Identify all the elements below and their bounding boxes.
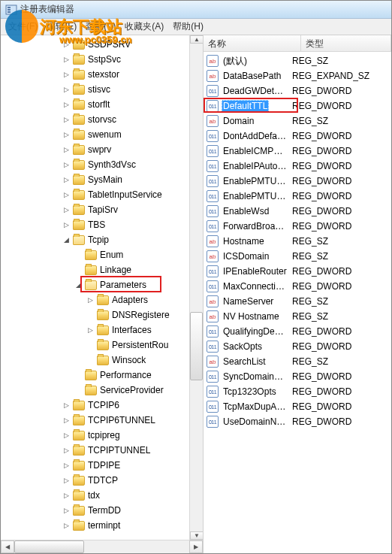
value-list[interactable]: ab(默认)REG_SZabDataBasePathREG_EXPAND_SZ0… xyxy=(204,52,391,429)
list-row[interactable]: 011DeadGWDetec...REG_DWORD xyxy=(204,83,391,98)
tree-node[interactable]: ▷swenum xyxy=(1,127,203,142)
chevron-right-icon[interactable]: ▷ xyxy=(61,129,71,140)
tree-node[interactable]: ▷SysMain xyxy=(1,172,203,187)
chevron-right-icon[interactable]: ▷ xyxy=(61,114,71,125)
tree-node[interactable]: ▷SSDPSRV xyxy=(1,37,203,52)
chevron-right-icon[interactable]: ▷ xyxy=(61,159,71,170)
chevron-right-icon[interactable]: ▷ xyxy=(61,204,71,215)
list-row[interactable]: 011UseDomainNa...REG_DWORD xyxy=(204,414,391,429)
tree-node[interactable]: ▷terminpt xyxy=(1,518,203,533)
tree-node[interactable]: ▷SstpSvc xyxy=(1,52,203,67)
chevron-right-icon[interactable]: ▷ xyxy=(61,490,71,501)
tree-node[interactable]: ▷TapiSrv xyxy=(1,202,203,217)
tree-node[interactable]: ▷stisvc xyxy=(1,82,203,97)
tree-node[interactable]: Linkage xyxy=(1,262,203,277)
tree-node[interactable]: ▷Interfaces xyxy=(1,322,203,338)
list-row[interactable]: 011EnableIPAutoC...REG_DWORD xyxy=(204,159,391,174)
tree-node[interactable]: Enum xyxy=(1,247,203,262)
scroll-thumb[interactable] xyxy=(14,540,84,553)
tree-node[interactable]: DNSRegistere xyxy=(1,307,203,322)
menu-file[interactable]: 文件(F) xyxy=(4,19,42,35)
scroll-up-icon[interactable]: ▲ xyxy=(190,35,204,44)
list-row[interactable]: 011EnableICMPRe...REG_DWORD xyxy=(204,144,391,159)
chevron-right-icon[interactable]: ▷ xyxy=(61,415,71,425)
tree-node[interactable]: PersistentRou xyxy=(1,338,203,353)
list-row[interactable]: abHostnameREG_SZ xyxy=(204,234,391,249)
chevron-right-icon[interactable]: ▷ xyxy=(61,144,71,155)
list-row[interactable]: 011DontAddDefau...REG_DWORD xyxy=(204,129,391,144)
tree-vertical-scrollbar[interactable]: ▲ ▼ xyxy=(189,35,203,540)
tree-node[interactable]: Winsock xyxy=(1,353,203,368)
chevron-right-icon[interactable]: ▷ xyxy=(61,475,71,486)
list-row[interactable]: 011IPEnableRouterREG_DWORD xyxy=(204,264,391,279)
chevron-right-icon[interactable]: ▷ xyxy=(61,189,71,200)
column-header-name[interactable]: 名称 xyxy=(204,35,301,51)
tree-node[interactable]: ▷stexstor xyxy=(1,67,203,82)
list-row[interactable]: abNameServerREG_SZ xyxy=(204,294,391,309)
chevron-down-icon[interactable]: ◢ xyxy=(73,280,83,290)
tree-node[interactable]: ▷TBS xyxy=(1,217,203,232)
chevron-right-icon[interactable]: ▷ xyxy=(61,430,71,440)
tree-node[interactable]: ◢Parameters xyxy=(1,277,203,292)
list-row[interactable]: 011EnableWsdREG_DWORD xyxy=(204,204,391,219)
chevron-right-icon[interactable]: ▷ xyxy=(85,295,95,305)
tree-node[interactable]: ▷Synth3dVsc xyxy=(1,157,203,172)
tree-node[interactable]: ServiceProvider xyxy=(1,383,203,398)
tree-node[interactable]: ▷TCPIPTUNNEL xyxy=(1,443,203,458)
list-row[interactable]: 011TcpMaxDupAc...REG_DWORD xyxy=(204,399,391,414)
list-row[interactable]: 011QualifyingDesti...REG_DWORD xyxy=(204,324,391,339)
list-row[interactable]: abSearchListREG_SZ xyxy=(204,354,391,369)
menu-help[interactable]: 帮助(H) xyxy=(168,19,208,35)
chevron-right-icon[interactable]: ▷ xyxy=(61,54,71,65)
scroll-left-icon[interactable]: ◀ xyxy=(1,540,14,553)
chevron-right-icon[interactable]: ▷ xyxy=(61,99,71,110)
list-row[interactable]: 011ForwardBroad...REG_DWORD xyxy=(204,219,391,234)
tree-node[interactable]: ▷Adapters xyxy=(1,292,203,307)
tree-node[interactable]: ▷storflt xyxy=(1,97,203,112)
tree-node[interactable]: ▷TCPIP6TUNNEL xyxy=(1,413,203,428)
tree-node[interactable]: ▷swprv xyxy=(1,142,203,157)
scroll-down-icon[interactable]: ▼ xyxy=(190,531,204,540)
tree-node[interactable]: ▷tcpipreg xyxy=(1,428,203,443)
list-row[interactable]: 011DefaultTTLREG_DWORD xyxy=(204,98,391,114)
chevron-right-icon[interactable]: ▷ xyxy=(85,325,95,335)
tree-node[interactable]: ▷tdx xyxy=(1,488,203,503)
list-row[interactable]: 011SyncDomainWi...REG_DWORD xyxy=(204,369,391,384)
list-row[interactable]: 011EnablePMTUDi...REG_DWORD xyxy=(204,189,391,204)
chevron-right-icon[interactable]: ▷ xyxy=(61,39,71,50)
tree-node[interactable]: ▷storvsc xyxy=(1,112,203,127)
chevron-right-icon[interactable]: ▷ xyxy=(61,400,71,410)
column-header-type[interactable]: 类型 xyxy=(301,35,391,51)
scroll-thumb[interactable] xyxy=(190,312,203,380)
chevron-right-icon[interactable]: ▷ xyxy=(61,520,71,531)
tree-node[interactable]: Performance xyxy=(1,368,203,383)
tree-node[interactable]: ▷TermDD xyxy=(1,503,203,518)
list-row[interactable]: 011Tcp1323OptsREG_DWORD xyxy=(204,384,391,399)
registry-tree[interactable]: ▷SSDPSRV▷SstpSvc▷stexstor▷stisvc▷storflt… xyxy=(1,35,203,534)
menu-edit[interactable]: 编辑(E) xyxy=(42,19,81,35)
tree-node[interactable]: ◢Tcpip xyxy=(1,232,203,247)
list-row[interactable]: 011SackOptsREG_DWORD xyxy=(204,339,391,354)
tree-node[interactable]: ▷TDPIPE xyxy=(1,458,203,473)
chevron-right-icon[interactable]: ▷ xyxy=(61,460,71,471)
list-row[interactable]: 011EnablePMTUB...REG_DWORD xyxy=(204,174,391,189)
chevron-down-icon[interactable]: ◢ xyxy=(61,235,71,245)
tree-horizontal-scrollbar[interactable]: ◀ ▶ xyxy=(1,540,203,553)
chevron-right-icon[interactable]: ▷ xyxy=(61,174,71,185)
tree-node[interactable]: ▷TCPIP6 xyxy=(1,398,203,413)
list-row[interactable]: 011MaxConnectio...REG_DWORD xyxy=(204,279,391,294)
chevron-right-icon[interactable]: ▷ xyxy=(61,445,71,456)
chevron-right-icon[interactable]: ▷ xyxy=(61,84,71,95)
menu-favorites[interactable]: 收藏夹(A) xyxy=(120,19,168,35)
chevron-right-icon[interactable]: ▷ xyxy=(61,219,71,230)
list-row[interactable]: abNV HostnameREG_SZ xyxy=(204,309,391,324)
scroll-right-icon[interactable]: ▶ xyxy=(189,540,203,553)
list-row[interactable]: abDataBasePathREG_EXPAND_SZ xyxy=(204,68,391,83)
list-row[interactable]: abDomainREG_SZ xyxy=(204,114,391,129)
list-row[interactable]: ab(默认)REG_SZ xyxy=(204,53,391,68)
menu-view[interactable]: 查看(V) xyxy=(81,19,120,35)
tree-node[interactable]: ▷TDTCP xyxy=(1,473,203,488)
chevron-right-icon[interactable]: ▷ xyxy=(61,69,71,80)
tree-node[interactable]: ▷TabletInputService xyxy=(1,187,203,202)
list-row[interactable]: abICSDomainREG_SZ xyxy=(204,249,391,264)
